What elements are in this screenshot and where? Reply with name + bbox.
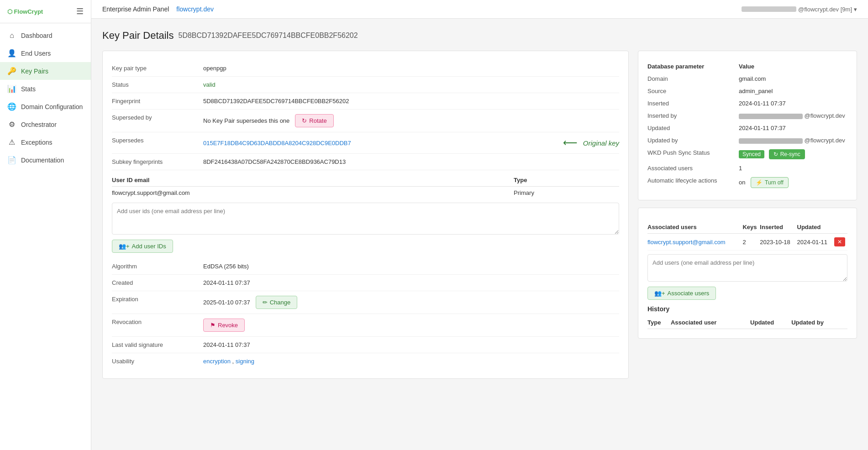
lifecycle-status: on <box>739 179 745 186</box>
add-ids-textarea[interactable] <box>112 203 619 235</box>
assoc-users-table: Associated users Keys Inserted Updated f… <box>647 221 847 251</box>
db-table: Database parameter Value Domain gmail.co… <box>647 60 847 191</box>
subkey-label: Subkey fingerprints <box>112 158 203 165</box>
add-user-ids-button[interactable]: 👥+ Add user IDs <box>112 240 173 253</box>
wkd-value: Synced ↻ Re-sync <box>739 147 847 162</box>
assoc-user-row: flowcrypt.support@gmail.com 2 2023-10-18… <box>647 234 847 251</box>
assoc-inserted-header: Inserted <box>760 221 797 234</box>
db-updated-label: Updated <box>647 122 739 134</box>
history-updated-by-header: Updated by <box>791 316 847 329</box>
sidebar-label-domain-config: Domain Configuration <box>21 103 83 110</box>
status-label: Status <box>112 81 203 88</box>
exceptions-icon: ⚠ <box>7 138 16 147</box>
sidebar-item-end-users[interactable]: 👤 End Users <box>0 44 91 62</box>
usability-signing[interactable]: signing <box>236 358 254 365</box>
sidebar-label-documentation: Documentation <box>21 157 64 164</box>
orchestrator-icon: ⚙ <box>7 120 16 129</box>
dashboard-icon: ⌂ <box>7 31 16 40</box>
associate-users-label: Associate users <box>668 290 710 297</box>
remove-user-button[interactable]: ✕ <box>834 237 845 246</box>
db-row-wkd: WKD Push Sync Status Synced ↻ Re-sync <box>647 147 847 162</box>
sidebar-item-stats[interactable]: 📊 Stats <box>0 80 91 98</box>
rotate-icon: ↻ <box>302 117 307 124</box>
rotate-label: Rotate <box>309 117 326 124</box>
history-type-header: Type <box>647 316 671 329</box>
assoc-keys-header: Keys <box>742 221 760 234</box>
created-label: Created <box>112 279 203 286</box>
revoke-button[interactable]: ⚑ Revoke <box>203 319 245 332</box>
usability-separator: , <box>232 358 236 365</box>
sidebar-item-dashboard[interactable]: ⌂ Dashboard <box>0 27 91 44</box>
sidebar-label-orchestrator: Orchestrator <box>21 121 57 128</box>
resync-icon: ↻ <box>773 151 778 157</box>
history-title: History <box>647 305 847 313</box>
page-title-fingerprint: 5D8BCD71392DAFEE5DC769714BBCFE0BB2F56202 <box>179 31 358 40</box>
change-label: Change <box>270 299 291 306</box>
wkd-label: WKD Push Sync Status <box>647 147 739 162</box>
history-updated-header: Updated <box>750 316 791 329</box>
add-user-ids-icon: 👥+ <box>119 243 130 250</box>
supersedes-label: Supersedes <box>112 137 203 144</box>
hamburger-menu[interactable]: ☰ <box>76 6 84 16</box>
turn-off-button[interactable]: ⚡ Turn off <box>751 177 789 188</box>
sidebar-item-key-pairs[interactable]: 🔑 Key Pairs <box>0 62 91 80</box>
change-icon: ✏ <box>263 299 268 306</box>
user-email-blurred <box>742 6 796 12</box>
associate-users-icon: 👥+ <box>654 290 665 297</box>
db-row-updated-by: Updated by @flowcrypt.dev <box>647 134 847 147</box>
sidebar-item-domain-configuration[interactable]: 🌐 Domain Configuration <box>0 98 91 115</box>
supersedes-link[interactable]: 015E7F18DB4C9D63DABDD8A8204C928DC9E0DDB7 <box>203 140 558 147</box>
assoc-user-email[interactable]: flowcrypt.support@gmail.com <box>647 234 742 251</box>
superseded-by-text: No Key Pair supersedes this one <box>203 117 289 124</box>
sidebar-item-exceptions[interactable]: ⚠ Exceptions <box>0 133 91 151</box>
assoc-users-count-label: Associated users <box>647 162 739 174</box>
db-param-header: Database parameter <box>647 60 739 73</box>
last-valid-sig-label: Last valid signature <box>112 341 203 348</box>
sidebar-label-exceptions: Exceptions <box>21 139 52 146</box>
assoc-updated-header: Updated <box>797 221 834 234</box>
database-card: Database parameter Value Domain gmail.co… <box>638 51 857 200</box>
last-valid-sig-row: Last valid signature 2024-01-11 07:37 <box>112 337 619 353</box>
superseded-by-label: Superseded by <box>112 114 203 121</box>
updated-by-blurred <box>739 138 803 144</box>
rotate-button[interactable]: ↻ Rotate <box>295 114 333 127</box>
expiration-value: 2025-01-10 07:37 <box>203 299 250 306</box>
db-inserted-by-label: Inserted by <box>647 110 739 122</box>
resync-button[interactable]: ↻ Re-sync <box>769 149 805 159</box>
assoc-action-header <box>834 221 847 234</box>
uid-table: User ID email Type flowcrypt.support@gma… <box>112 174 619 199</box>
sidebar: ⬡ FlowCrypt ☰ ⌂ Dashboard 👤 End Users 🔑 … <box>0 0 91 450</box>
db-row-lifecycle: Automatic lifecycle actions on ⚡ Turn of… <box>647 174 847 191</box>
change-button[interactable]: ✏ Change <box>256 296 298 309</box>
assoc-user-remove: ✕ <box>834 234 847 251</box>
inserted-by-blurred <box>739 114 803 119</box>
sidebar-nav: ⌂ Dashboard 👤 End Users 🔑 Key Pairs 📊 St… <box>0 23 91 173</box>
created-value: 2024-01-11 07:37 <box>203 279 619 286</box>
db-updated-by-value: @flowcrypt.dev <box>739 134 847 147</box>
db-row-inserted: Inserted 2024-01-11 07:37 <box>647 97 847 110</box>
lifecycle-label: Automatic lifecycle actions <box>647 174 739 191</box>
user-dropdown-icon[interactable]: ▾ <box>854 6 857 13</box>
panel-title: Enterprise Admin Panel <box>102 5 169 13</box>
fingerprint-value: 5D8BCD71392DAFEE5DC769714BBCFE0BB2F56202 <box>203 98 619 105</box>
usability-value-container: encryption , signing <box>203 358 619 365</box>
db-source-label: Source <box>647 85 739 97</box>
user-session: @flowcrypt.dev [9m] <box>798 6 852 13</box>
algorithm-row: Algorithm EdDSA (256 bits) <box>112 258 619 275</box>
db-value-header: Value <box>739 60 847 73</box>
algorithm-value: EdDSA (256 bits) <box>203 263 619 270</box>
add-users-textarea[interactable] <box>647 254 847 282</box>
usability-encryption[interactable]: encryption <box>203 358 231 365</box>
uid-row: flowcrypt.support@gmail.com Primary <box>112 187 619 199</box>
sidebar-item-documentation[interactable]: 📄 Documentation <box>0 151 91 169</box>
sidebar-item-orchestrator[interactable]: ⚙ Orchestrator <box>0 115 91 133</box>
flowcrypt-logo: ⬡ FlowCrypt <box>7 8 43 15</box>
db-row-domain: Domain gmail.com <box>647 73 847 85</box>
original-key-arrow: ⟵ <box>563 137 578 149</box>
algorithm-label: Algorithm <box>112 263 203 270</box>
associated-users-card: Associated users Keys Inserted Updated f… <box>638 208 857 339</box>
associate-users-button[interactable]: 👥+ Associate users <box>647 287 716 300</box>
uid-type-header: Type <box>514 174 619 187</box>
end-users-icon: 👤 <box>7 49 16 58</box>
page-title-text: Key Pair Details <box>102 30 174 42</box>
